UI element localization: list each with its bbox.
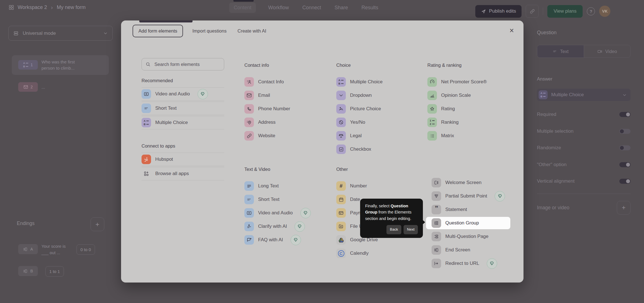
randomize-toggle[interactable] <box>619 145 631 150</box>
element-dropdown[interactable]: Dropdown <box>336 89 429 102</box>
element-label: End Screen <box>445 247 470 253</box>
tab-create-with-ai[interactable]: Create with AI <box>236 25 268 37</box>
question-2-title[interactable]: ... <box>41 85 45 90</box>
required-toggle[interactable] <box>619 112 631 117</box>
add-image-button[interactable]: + <box>617 201 631 215</box>
video-tab[interactable]: Video <box>584 45 631 58</box>
element-net-promoter-score[interactable]: Net Promoter Score® <box>427 75 520 89</box>
element-multi-question-page[interactable]: Multi-Question Page <box>432 230 521 243</box>
element-partial-submit-point[interactable]: Partial Submit Point <box>432 189 521 203</box>
tab-add-form-elements[interactable]: Add form elements <box>133 25 183 37</box>
view-plans-button[interactable]: View plans <box>547 5 583 18</box>
element-video-and-audio[interactable]: Video and Audio <box>142 87 224 101</box>
element-label: Hubspot <box>155 157 173 162</box>
publish-edits-button[interactable]: Publish edits <box>475 5 522 18</box>
breadcrumb-form-name[interactable]: My new form <box>57 4 85 10</box>
element-number[interactable]: # Number <box>336 179 429 193</box>
question-2-badge[interactable]: 2 <box>18 82 38 92</box>
question-1-title[interactable]: Who was the first person to climb... <box>41 59 88 72</box>
element-multiple-choice[interactable]: A B Multiple Choice <box>142 116 224 129</box>
text-tab-label: Text <box>560 49 569 54</box>
question-1-badge[interactable]: A B 1 <box>18 60 38 70</box>
next-button[interactable]: Next <box>404 225 418 234</box>
element-statement[interactable]: ” Statement <box>432 203 521 216</box>
element-label: Multiple Choice <box>155 120 188 125</box>
checkbox-icon <box>336 144 346 154</box>
element-faq-with-ai[interactable]: FAQ with AI <box>244 233 337 247</box>
add-ending-button[interactable]: + <box>91 217 104 231</box>
element-label: Address <box>258 120 275 125</box>
ending-b-range-chip[interactable]: 1 to 1 <box>45 266 64 277</box>
app-hubspot[interactable]: Hubspot <box>142 153 224 166</box>
element-rating[interactable]: Rating <box>427 102 520 116</box>
hubspot-icon <box>142 155 151 164</box>
element-redirect-to-url[interactable]: Redirect to URL <box>432 257 521 270</box>
redirect-icon <box>432 259 441 268</box>
tab-content[interactable]: Content <box>229 3 256 13</box>
tab-connect[interactable]: Connect <box>301 3 322 13</box>
element-calendly[interactable]: C Calendly <box>336 247 429 260</box>
rating-ranking-column: Rating & ranking Net Promoter Score® Opi… <box>427 63 520 143</box>
short-text-icon <box>552 49 557 54</box>
element-clarify-with-ai[interactable]: Clarify with AI <box>244 220 337 233</box>
element-ranking[interactable]: 1 2 Ranking <box>427 116 520 129</box>
help-icon[interactable]: ? <box>587 7 595 15</box>
element-welcome-screen[interactable]: Welcome Screen <box>432 176 521 189</box>
active-tab-indicator <box>233 0 254 2</box>
element-video-and-audio[interactable]: Video and Audio <box>244 206 337 220</box>
close-button[interactable]: × <box>507 26 517 36</box>
element-picture-choice[interactable]: Picture Choice <box>336 102 429 116</box>
topbar-controls: Publish edits View plans ? VK <box>475 5 610 18</box>
element-label: Opinion Scale <box>441 93 471 98</box>
element-phone-number[interactable]: Phone Number <box>244 102 337 116</box>
ending-a-range-chip[interactable]: 0 to 0 <box>77 244 95 255</box>
element-yes-no[interactable]: Yes/No <box>336 116 429 129</box>
element-address[interactable]: Address <box>244 116 337 129</box>
search-input[interactable] <box>154 61 220 67</box>
element-label: Long Text <box>258 183 279 189</box>
search-form-elements[interactable] <box>142 58 224 70</box>
text-tab[interactable]: Text <box>537 45 584 58</box>
picture-icon <box>336 104 346 114</box>
partial-submit-icon <box>432 191 441 201</box>
other-option-toggle[interactable] <box>619 162 631 167</box>
element-opinion-scale[interactable]: Opinion Scale <box>427 89 520 102</box>
element-email[interactable]: Email <box>244 89 337 102</box>
element-legal[interactable]: Legal <box>336 129 429 143</box>
answer-type-dropdown[interactable]: A B Multiple Choice <box>537 89 631 101</box>
element-long-text[interactable]: Long Text <box>244 179 337 193</box>
ending-b-badge[interactable]: B <box>18 266 38 276</box>
toggle-row-vertical-alignment: Vertical alignment <box>537 176 631 187</box>
multiple-choice-icon: A B <box>23 62 29 68</box>
tab-results[interactable]: Results <box>360 3 379 13</box>
element-short-text[interactable]: Short Text <box>142 102 224 115</box>
element-end-screen[interactable]: End Screen <box>432 243 521 257</box>
link-icon <box>530 9 535 14</box>
universal-mode-select[interactable]: Universal mode <box>8 26 113 41</box>
copy-link-button[interactable] <box>526 5 539 18</box>
element-matrix[interactable]: Matrix <box>427 129 520 143</box>
image-or-video-label: Image or video <box>537 205 569 211</box>
question-group-icon <box>432 218 441 228</box>
multiple-selection-toggle[interactable] <box>619 129 631 134</box>
element-short-text[interactable]: Short Text <box>244 193 337 206</box>
breadcrumb-workspace[interactable]: Workspace 2 <box>18 4 47 10</box>
back-button[interactable]: Back <box>386 225 401 234</box>
tab-share[interactable]: Share <box>333 3 349 13</box>
recommended-section: Recommended Video and Audio Short Text A… <box>142 78 224 129</box>
ending-a-badge[interactable]: A <box>18 244 38 254</box>
video-icon <box>142 89 151 99</box>
ending-a-title[interactable]: Your score is ___ out ... <box>41 243 72 256</box>
vertical-alignment-toggle[interactable] <box>619 179 631 184</box>
tab-workflow[interactable]: Workflow <box>267 3 290 13</box>
element-website[interactable]: Website <box>244 129 337 143</box>
browse-all-apps[interactable]: Browse all apps <box>142 167 224 180</box>
element-multiple-choice[interactable]: A B Multiple Choice <box>336 75 429 89</box>
tab-import-questions[interactable]: Import questions <box>191 25 228 37</box>
workspace-grid-icon[interactable] <box>8 4 14 10</box>
avatar[interactable]: VK <box>599 6 610 17</box>
element-contact-info[interactable]: Contact Info <box>244 75 337 89</box>
calendly-icon: C <box>336 249 346 258</box>
element-checkbox[interactable]: Checkbox <box>336 143 429 156</box>
element-question-group[interactable]: Question Group <box>432 216 521 230</box>
